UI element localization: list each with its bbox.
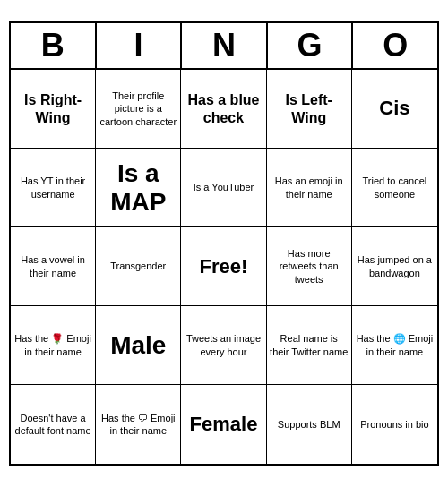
bingo-cell-11: Transgender — [96, 227, 181, 306]
bingo-cell-20: Doesn't have a default font name — [11, 385, 96, 464]
cell-text-4: Cis — [379, 97, 409, 120]
bingo-cell-10: Has a vowel in their name — [11, 227, 96, 306]
cell-text-16: Male — [110, 331, 166, 360]
bingo-grid: Is Right-WingTheir profile picture is a … — [11, 70, 437, 464]
cell-text-12: Free! — [200, 255, 248, 278]
cell-text-0: Is Right-Wing — [13, 91, 92, 125]
bingo-header: BINGO — [11, 23, 437, 70]
bingo-card: BINGO Is Right-WingTheir profile picture… — [9, 21, 439, 466]
bingo-cell-12: Free! — [181, 227, 266, 306]
bingo-cell-22: Female — [181, 385, 266, 464]
bingo-cell-4: Cis — [352, 70, 437, 149]
cell-text-24: Pronouns in bio — [360, 418, 428, 431]
header-letter-g: G — [268, 23, 354, 70]
cell-text-20: Doesn't have a default font name — [13, 412, 92, 438]
header-letter-i: I — [97, 23, 183, 70]
bingo-cell-3: Is Left-Wing — [267, 70, 352, 149]
bingo-cell-14: Has jumped on a bandwagon — [352, 227, 437, 306]
bingo-cell-19: Has the 🌐 Emoji in their name — [352, 306, 437, 385]
bingo-cell-6: Is a MAP — [96, 149, 181, 227]
cell-text-14: Has jumped on a bandwagon — [355, 253, 435, 279]
cell-text-18: Real name is their Twitter name — [270, 332, 349, 358]
cell-text-23: Supports BLM — [278, 418, 340, 431]
cell-text-6: Is a MAP — [99, 159, 177, 217]
header-letter-n: N — [182, 23, 268, 70]
bingo-cell-1: Their profile picture is a cartoon chara… — [96, 70, 181, 149]
cell-text-13: Has more retweets than tweets — [270, 247, 349, 286]
bingo-cell-0: Is Right-Wing — [11, 70, 96, 149]
bingo-cell-9: Tried to cancel someone — [352, 149, 437, 227]
cell-text-17: Tweets an image every hour — [184, 332, 263, 358]
cell-text-7: Is a YouTuber — [194, 181, 254, 193]
cell-text-3: Is Left-Wing — [270, 91, 349, 125]
header-letter-o: O — [353, 23, 437, 70]
bingo-cell-24: Pronouns in bio — [352, 385, 437, 464]
bingo-cell-2: Has a blue check — [181, 70, 266, 149]
bingo-cell-7: Is a YouTuber — [181, 149, 266, 227]
cell-text-11: Transgender — [110, 260, 166, 272]
cell-text-21: Has the 🗩 Emoji in their name — [99, 412, 177, 438]
cell-text-8: Has an emoji in their name — [270, 175, 349, 201]
bingo-cell-21: Has the 🗩 Emoji in their name — [96, 385, 181, 464]
cell-text-15: Has the 🌹 Emoji in their name — [13, 332, 92, 358]
bingo-cell-18: Real name is their Twitter name — [267, 306, 352, 385]
bingo-cell-16: Male — [96, 306, 181, 385]
cell-text-22: Female — [190, 413, 258, 436]
header-letter-b: B — [11, 23, 97, 70]
bingo-cell-5: Has YT in their username — [11, 149, 96, 227]
cell-text-2: Has a blue check — [184, 91, 263, 125]
bingo-cell-13: Has more retweets than tweets — [267, 227, 352, 306]
cell-text-10: Has a vowel in their name — [13, 253, 92, 279]
cell-text-1: Their profile picture is a cartoon chara… — [99, 90, 177, 128]
bingo-cell-8: Has an emoji in their name — [267, 149, 352, 227]
cell-text-19: Has the 🌐 Emoji in their name — [355, 332, 435, 358]
cell-text-5: Has YT in their username — [13, 175, 92, 201]
bingo-cell-23: Supports BLM — [267, 385, 352, 464]
cell-text-9: Tried to cancel someone — [355, 175, 435, 201]
bingo-cell-17: Tweets an image every hour — [181, 306, 266, 385]
bingo-cell-15: Has the 🌹 Emoji in their name — [11, 306, 96, 385]
